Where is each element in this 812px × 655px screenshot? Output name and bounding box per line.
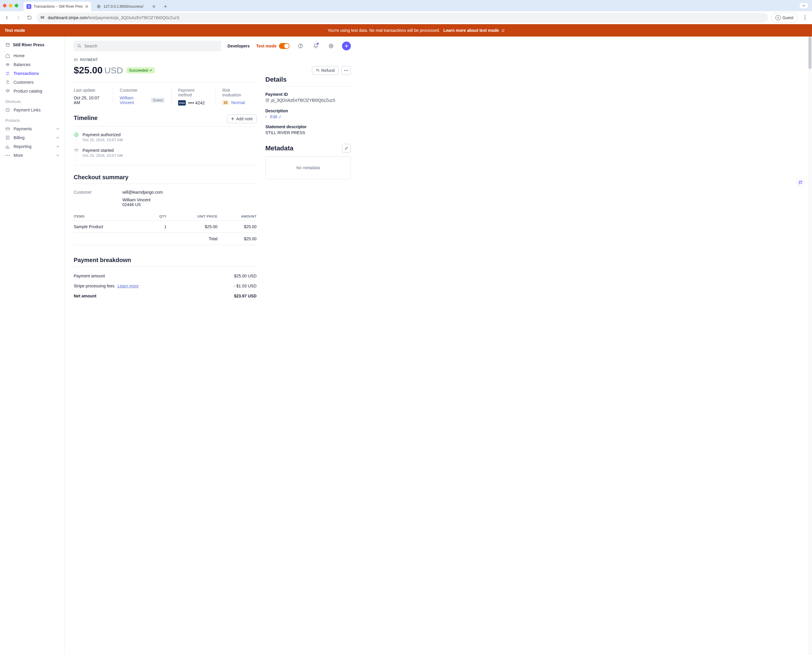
more-actions-button[interactable] xyxy=(341,66,351,75)
nav-payments[interactable]: Payments xyxy=(0,125,65,133)
add-note-button[interactable]: Add note xyxy=(227,114,257,123)
window-controls xyxy=(3,0,18,11)
breakdown-row: Stripe processing fees Learn more - $1.0… xyxy=(74,281,257,291)
site-info-icon[interactable] xyxy=(40,15,45,20)
nav-more[interactable]: More xyxy=(0,151,65,160)
billing-icon xyxy=(5,135,10,140)
breakdown-row: Payment amount $25.00 USD xyxy=(74,271,257,281)
fees-learn-more-link[interactable]: Learn more xyxy=(117,284,138,288)
timeline-event-title: Payment authorized xyxy=(83,132,123,137)
settings-button[interactable] xyxy=(327,42,335,51)
payment-id[interactable]: pi_3QDoAzEeTBClZYBI0Q0zZuzS xyxy=(265,98,335,103)
profile-button[interactable]: Guest xyxy=(771,13,798,23)
edit-metadata-button[interactable] xyxy=(342,144,351,153)
balances-icon xyxy=(5,62,10,67)
refund-button[interactable]: Refund xyxy=(312,66,338,75)
close-icon[interactable] xyxy=(152,5,155,8)
close-icon[interactable] xyxy=(85,5,88,8)
svg-rect-29 xyxy=(799,183,800,184)
details-title: Details xyxy=(265,76,351,83)
notifications-button[interactable] xyxy=(311,42,320,51)
back-button[interactable] xyxy=(3,14,11,22)
svg-point-14 xyxy=(7,155,8,156)
browser-chrome: S Transactions – Still River Pres 127.0.… xyxy=(0,0,812,24)
kv-label: Last update xyxy=(74,88,106,92)
forward-button[interactable] xyxy=(14,14,22,22)
catalog-icon xyxy=(5,89,10,94)
test-mode-toggle[interactable]: Test mode xyxy=(256,43,289,49)
customer-link[interactable]: William Vincent xyxy=(120,95,149,105)
guest-chip: Guest xyxy=(151,98,165,103)
timeline-event-time: Oct 25, 2024, 10:07 AM xyxy=(83,138,123,142)
window-close[interactable] xyxy=(3,4,6,8)
edit-description-link[interactable]: Edit xyxy=(270,114,282,119)
svg-rect-26 xyxy=(266,99,269,101)
total-row: Total $25.00 xyxy=(74,233,257,245)
help-button[interactable] xyxy=(296,42,305,51)
status-badge: Succeeded xyxy=(126,67,155,74)
app-topbar: Developers Test mode xyxy=(65,37,360,55)
risk-label[interactable]: Normal xyxy=(231,100,245,105)
timeline-event-title: Payment started xyxy=(83,148,123,153)
cs-customer-addr: 02446 US xyxy=(122,202,257,207)
svg-point-8 xyxy=(804,19,805,20)
payment-currency: USD xyxy=(105,65,123,75)
nav-balances[interactable]: Balances xyxy=(0,60,65,69)
table-row: Sample Product 1 $25.00 $25.00 xyxy=(74,221,257,233)
kv-label: Risk evaluation xyxy=(222,88,250,97)
nav-reporting[interactable]: Reporting xyxy=(0,142,65,151)
browser-menu[interactable] xyxy=(801,14,809,22)
tab-strip: S Transactions – Still River Pres 127.0.… xyxy=(0,0,812,11)
visa-badge: VISA xyxy=(178,100,186,106)
breakdown-row-net: Net amount $23.97 USD xyxy=(74,291,257,301)
home-icon xyxy=(5,53,10,58)
transactions-icon xyxy=(5,71,10,76)
metadata-title: Metadata xyxy=(265,145,294,152)
banner-learn-more-link[interactable]: Learn more about test mode xyxy=(443,28,505,33)
svg-rect-20 xyxy=(74,59,78,61)
check-circle-icon xyxy=(74,132,79,142)
svg-point-23 xyxy=(347,70,348,71)
svg-rect-25 xyxy=(75,149,78,151)
org-name: Still River Press xyxy=(13,43,45,47)
kv-label: Customer xyxy=(120,88,165,92)
new-tab-button[interactable] xyxy=(161,2,169,11)
svg-point-18 xyxy=(300,47,300,47)
checkout-title: Checkout summary xyxy=(74,174,257,181)
search-input[interactable] xyxy=(74,41,221,51)
nav-payment-links[interactable]: Payment Links xyxy=(0,106,65,114)
timeline-item: Payment authorized Oct 25, 2024, 10:07 A… xyxy=(74,131,257,146)
svg-rect-11 xyxy=(6,128,9,130)
tab-overflow-button[interactable] xyxy=(800,3,808,8)
nav-customers[interactable]: Customers xyxy=(0,78,65,87)
svg-rect-28 xyxy=(801,181,802,182)
risk-score-badge: 23 xyxy=(222,100,229,105)
customers-icon xyxy=(5,80,10,85)
window-minimize[interactable] xyxy=(9,4,12,8)
scrollbar[interactable] xyxy=(808,37,812,655)
inspector-widget[interactable] xyxy=(796,178,805,187)
products-label: Products xyxy=(0,114,65,125)
toggle-icon xyxy=(279,43,289,49)
scrollbar-thumb[interactable] xyxy=(809,37,811,69)
browser-tab-2[interactable]: 127.0.0.1:8000/success/ xyxy=(94,2,158,11)
reload-button[interactable] xyxy=(25,14,34,22)
org-switcher[interactable]: Still River Press xyxy=(0,41,65,51)
col-items: ITEMS xyxy=(74,212,148,221)
create-button[interactable] xyxy=(342,42,351,51)
browser-tab-1[interactable]: S Transactions – Still River Pres xyxy=(24,2,91,11)
nav-billing[interactable]: Billing xyxy=(0,133,65,142)
more-icon xyxy=(5,155,10,156)
test-mode-label: Test mode xyxy=(256,44,277,48)
col-unit: UNIT PRICE xyxy=(166,212,218,221)
nav-product-catalog[interactable]: Product catalog xyxy=(0,87,65,95)
window-maximize[interactable] xyxy=(15,4,18,8)
svg-point-15 xyxy=(9,155,10,156)
nav-home[interactable]: Home xyxy=(0,51,65,60)
svg-point-13 xyxy=(5,155,6,156)
developers-link[interactable]: Developers xyxy=(228,44,250,48)
chevron-down-icon xyxy=(56,137,59,138)
address-bar[interactable]: dashboard.stripe.com/test/payments/pi_3Q… xyxy=(37,13,768,23)
nav-transactions[interactable]: Transactions xyxy=(0,69,65,78)
col-qty: QTY xyxy=(148,212,166,221)
